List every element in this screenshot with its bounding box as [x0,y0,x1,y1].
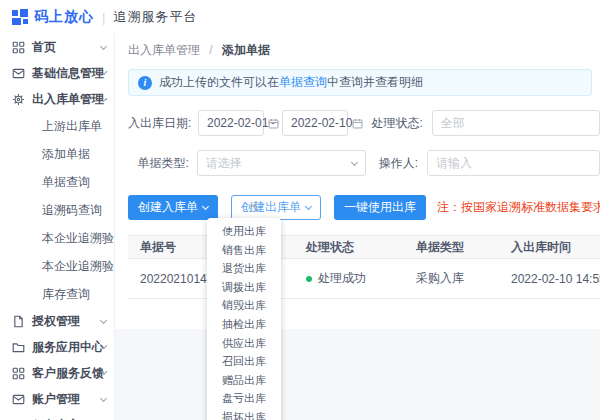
filter-row-2: 单据类型: 请选择 操作人: [115,150,600,176]
sidebar-item-label: 授权管理 [32,313,101,330]
platform-title: 追溯服务平台 [113,8,197,26]
sidebar-item-label: 客户服务反馈 [32,365,104,382]
top-header: 码上放心 | 追溯服务平台 [0,0,600,34]
sidebar-subitem-enterprise-trace-verify-stats[interactable]: 本企业追溯验证统计 [0,252,114,280]
status-select-value: 全部 [441,115,465,132]
table-header-row: 单据号 处理状态 单据类型 入出库时间 [128,235,600,259]
sidebar-item-label: 账户管理 [32,391,101,408]
sidebar-item-home[interactable]: 首页 [0,34,114,60]
logo-divider: | [102,10,105,25]
cell-type: 采购入库 [404,270,499,287]
sidebar-item-authorization[interactable]: 授权管理 [0,308,114,334]
info-icon: i [138,76,152,90]
sidebar-subitem-document-query[interactable]: 单据查询 [0,168,114,196]
documents-table: 单据号 处理状态 单据类型 入出库时间 2022021014550383 处理成… [128,235,600,299]
chevron-down-icon [100,316,107,323]
create-inbound-label: 创建入库单 [138,199,198,216]
date-start-input[interactable]: 2022-02-01 [198,110,264,136]
sidebar-subitem-trace-code-query[interactable]: 追溯码查询 [0,196,114,224]
date-end-value: 2022-02-10 [291,116,352,130]
sidebar-subitem-inventory-query[interactable]: 库存查询 [0,280,114,308]
document-type-select[interactable]: 请选择 [197,150,366,176]
chevron-down-icon [202,203,209,210]
folder-icon [12,341,25,354]
breadcrumb-parent[interactable]: 出入库单管理 [128,43,200,57]
outbound-type-dropdown: 使用出库 销售出库 退货出库 调拨出库 销毁出库 抽检出库 供应出库 召回出库 … [207,218,281,420]
alert-text-before: 成功上传的文件可以在 [159,74,279,91]
status-select[interactable]: 全部 [432,110,600,136]
document-type-placeholder: 请选择 [206,155,242,172]
info-alert: i 成功上传的文件可以在 单据查询 中查询并查看明细 [128,69,592,96]
col-header-status: 处理状态 [294,239,404,256]
create-outbound-button[interactable]: 创建出库单 [231,195,321,220]
col-header-time: 入出库时间 [499,239,600,256]
chevron-down-icon [305,203,312,210]
status-text: 处理成功 [318,271,366,285]
date-start-value: 2022-02-01 [207,116,268,130]
gear-icon [12,93,25,106]
sidebar-subitem-upstream-outbound[interactable]: 上游出库单 [0,112,114,140]
grid-icon [12,367,25,380]
document-type-label: 单据类型: [128,155,189,172]
dropdown-item-supply-outbound[interactable]: 供应出库 [207,334,281,353]
date-range-label: 入出库日期: [128,115,190,132]
col-header-type: 单据类型 [404,239,499,256]
date-range-separator: - [271,116,275,130]
app-root: 码上放心 | 追溯服务平台 首页 基础信息管理 [0,0,600,420]
dropdown-item-recall-outbound[interactable]: 召回出库 [207,352,281,371]
operator-input[interactable] [427,150,600,176]
toolbar: 创建入库单 创建出库单 一键使用出库 注：按国家追溯标准数据集要求，“零售出库”… [115,195,600,220]
sidebar-item-label: 首页 [32,39,101,56]
dropdown-item-destroy-outbound[interactable]: 销毁出库 [207,296,281,315]
sidebar-item-label: 服务应用中心 [32,339,104,356]
breadcrumb-separator: / [209,43,212,57]
logo: 码上放心 | 追溯服务平台 [12,8,197,26]
mail-icon [12,393,25,406]
sidebar-item-label: 任务中心 [32,417,101,420]
document-icon [12,315,25,328]
table-row: 2022021014550383 处理成功 采购入库 2022-02-10 14… [128,259,600,299]
date-end-input[interactable]: 2022-02-10 [282,110,348,136]
sidebar-item-service-app-center[interactable]: 服务应用中心 [0,334,114,360]
cell-status: 处理成功 [294,270,404,287]
status-filter-label: 处理状态: [371,115,422,132]
alert-document-query-link[interactable]: 单据查询 [279,74,327,91]
mail-icon [12,67,25,80]
sidebar: 首页 基础信息管理 出入库单管理 上游出库单 添加单据 单据查询 追溯码查 [0,34,115,420]
grid-icon [12,41,25,54]
breadcrumb-current: 添加单据 [222,43,270,57]
brand-logo-icon [12,9,28,25]
dropdown-item-return-outbound[interactable]: 退货出库 [207,259,281,278]
alert-text-after: 中查询并查看明细 [327,74,423,91]
operator-label: 操作人: [379,155,418,172]
brand-name: 码上放心 [34,8,94,26]
cell-time: 2022-02-10 14:55:10 [499,272,600,286]
dropdown-item-damage-outbound[interactable]: 损坏出库 [207,408,281,420]
sidebar-subitem-add-document[interactable]: 添加单据 [0,140,114,168]
dropdown-item-transfer-outbound[interactable]: 调拨出库 [207,278,281,297]
chevron-down-icon [100,394,107,401]
sidebar-item-label: 基础信息管理 [32,65,104,82]
dropdown-item-use-outbound[interactable]: 使用出库 [207,222,281,241]
dropdown-item-loss-outbound[interactable]: 盘亏出库 [207,389,281,408]
sidebar-item-inbound-outbound-management[interactable]: 出入库单管理 [0,86,114,112]
status-success-dot [306,276,312,282]
sidebar-item-customer-feedback[interactable]: 客户服务反馈 [0,360,114,386]
calendar-icon[interactable] [352,118,363,129]
one-click-outbound-label: 一键使用出库 [344,199,416,216]
dropdown-item-sampling-outbound[interactable]: 抽检出库 [207,315,281,334]
sidebar-item-basic-info[interactable]: 基础信息管理 [0,60,114,86]
sidebar-item-task-center[interactable]: 任务中心 [0,412,114,420]
page-background-area [115,329,600,420]
sidebar-item-account-management[interactable]: 账户管理 [0,386,114,412]
create-inbound-button[interactable]: 创建入库单 [128,195,218,220]
main-content: 出入库单管理 / 添加单据 i 成功上传的文件可以在 单据查询 中查询并查看明细… [115,34,600,420]
dropdown-item-gift-outbound[interactable]: 赠品出库 [207,371,281,390]
sidebar-item-label: 出入库单管理 [32,91,104,108]
standards-note: 注：按国家追溯标准数据集要求，“零售出库”更名为“使用出库”。 [437,199,600,216]
dropdown-item-sale-outbound[interactable]: 销售出库 [207,241,281,260]
chevron-down-icon [100,42,107,49]
chevron-down-icon [351,158,358,165]
one-click-outbound-button[interactable]: 一键使用出库 [334,195,426,220]
sidebar-subitem-enterprise-trace-verify[interactable]: 本企业追溯验证 [0,224,114,252]
